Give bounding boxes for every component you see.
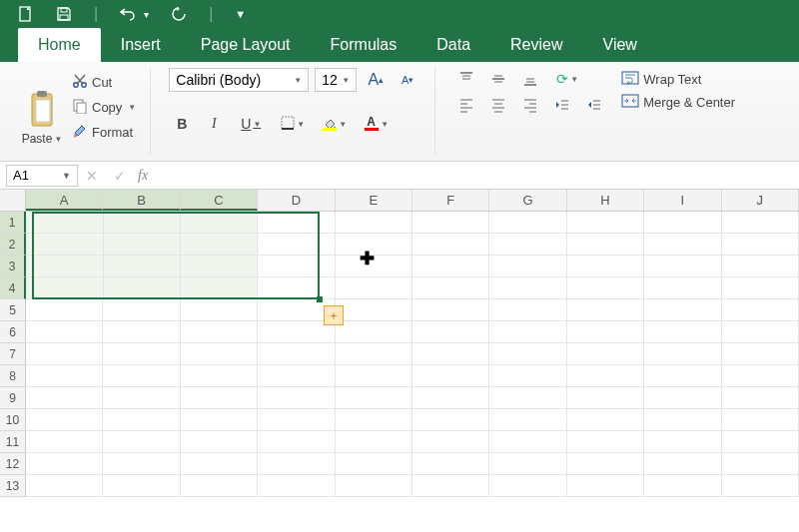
cell[interactable] (722, 431, 799, 453)
cell[interactable] (644, 453, 721, 475)
paste-button[interactable]: Paste▼ (18, 68, 66, 146)
align-left-button[interactable] (453, 94, 479, 116)
row-header[interactable]: 5 (0, 299, 26, 321)
name-box[interactable]: A1▼ (6, 165, 78, 187)
cell[interactable] (489, 431, 566, 453)
format-painter-button[interactable]: Format (72, 122, 136, 143)
cell[interactable] (489, 234, 566, 256)
cell[interactable] (181, 453, 258, 475)
row-header[interactable]: 4 (0, 277, 26, 299)
cell[interactable] (567, 431, 644, 453)
font-name-selector[interactable]: Calibri (Body)▼ (169, 68, 309, 92)
cell[interactable] (26, 453, 103, 475)
cell[interactable] (644, 343, 721, 365)
cell[interactable] (336, 212, 412, 234)
cell[interactable] (489, 343, 566, 365)
fill-handle[interactable] (317, 296, 323, 302)
cell[interactable] (722, 234, 799, 256)
cell[interactable] (644, 387, 721, 409)
row-header[interactable]: 3 (0, 256, 26, 277)
new-file-icon[interactable] (18, 6, 34, 22)
spreadsheet-grid[interactable]: A B C D E F G H I J 12345678910111213 ＋ … (0, 190, 799, 497)
tab-view[interactable]: View (583, 28, 657, 62)
tab-home[interactable]: Home (18, 28, 101, 62)
increase-indent-button[interactable] (581, 94, 607, 116)
italic-button[interactable]: I (201, 113, 227, 135)
cell[interactable] (103, 299, 180, 321)
cell[interactable] (258, 277, 335, 299)
cell[interactable] (722, 321, 799, 343)
border-button[interactable]: ▼ (275, 113, 311, 135)
cell[interactable] (489, 453, 566, 475)
cell[interactable] (412, 475, 489, 497)
merge-center-button[interactable]: Merge & Center (621, 93, 735, 112)
cell[interactable] (258, 431, 335, 453)
cancel-formula-icon[interactable]: ✕ (78, 165, 106, 187)
cell[interactable] (103, 365, 180, 387)
cell[interactable] (103, 387, 180, 409)
cell[interactable] (181, 387, 258, 409)
undo-icon[interactable] (120, 7, 136, 21)
row-header[interactable]: 9 (0, 387, 26, 409)
align-center-button[interactable] (485, 94, 511, 116)
redo-icon[interactable] (171, 7, 187, 21)
tab-formulas[interactable]: Formulas (311, 28, 417, 62)
cell[interactable] (722, 343, 799, 365)
quick-analysis-button[interactable]: ＋ (324, 305, 344, 325)
cell[interactable] (336, 387, 412, 409)
cell[interactable] (336, 321, 412, 343)
cell[interactable] (258, 365, 335, 387)
cell[interactable] (103, 409, 180, 431)
cut-button[interactable]: Cut (72, 72, 136, 93)
cell[interactable] (258, 453, 335, 475)
cell[interactable] (258, 234, 335, 256)
cell[interactable] (258, 256, 335, 277)
column-header[interactable]: J (722, 190, 799, 211)
cell[interactable] (722, 299, 799, 321)
column-header[interactable]: F (412, 190, 489, 211)
cell[interactable] (722, 365, 799, 387)
cell[interactable] (104, 256, 181, 277)
cell[interactable] (181, 431, 258, 453)
cell[interactable] (412, 365, 489, 387)
align-middle-button[interactable] (485, 68, 511, 90)
cell[interactable] (567, 321, 644, 343)
cell[interactable] (722, 409, 799, 431)
wrap-text-button[interactable]: Wrap Text (621, 70, 735, 89)
cell[interactable] (181, 256, 258, 277)
cell[interactable] (26, 475, 103, 497)
customize-qat-icon[interactable]: ▼ (235, 8, 246, 20)
cell[interactable] (722, 277, 799, 299)
cell[interactable] (567, 475, 644, 497)
row-header[interactable]: 1 (0, 212, 26, 234)
cell[interactable] (26, 256, 103, 277)
cell[interactable] (26, 299, 103, 321)
cell[interactable] (567, 212, 644, 234)
cell[interactable] (489, 277, 566, 299)
cell[interactable] (489, 409, 566, 431)
cell[interactable] (567, 365, 644, 387)
column-header[interactable]: I (644, 190, 721, 211)
cell[interactable] (489, 475, 566, 497)
cell[interactable] (567, 277, 644, 299)
cell[interactable] (644, 409, 721, 431)
cell[interactable] (103, 321, 180, 343)
cell[interactable] (412, 431, 489, 453)
row-header[interactable]: 8 (0, 365, 26, 387)
tab-insert[interactable]: Insert (101, 28, 181, 62)
cell[interactable] (26, 431, 103, 453)
cell[interactable] (412, 409, 489, 431)
cell[interactable] (489, 256, 566, 277)
row-header[interactable]: 11 (0, 431, 26, 453)
cell[interactable] (336, 431, 412, 453)
cell[interactable] (26, 409, 103, 431)
cell[interactable] (412, 256, 489, 277)
cell[interactable] (644, 431, 721, 453)
decrease-indent-button[interactable] (549, 94, 575, 116)
cell[interactable] (644, 212, 721, 234)
cell[interactable] (103, 453, 180, 475)
column-header[interactable]: B (103, 190, 180, 211)
row-header[interactable]: 10 (0, 409, 26, 431)
cell[interactable] (181, 299, 258, 321)
cell[interactable] (336, 453, 412, 475)
